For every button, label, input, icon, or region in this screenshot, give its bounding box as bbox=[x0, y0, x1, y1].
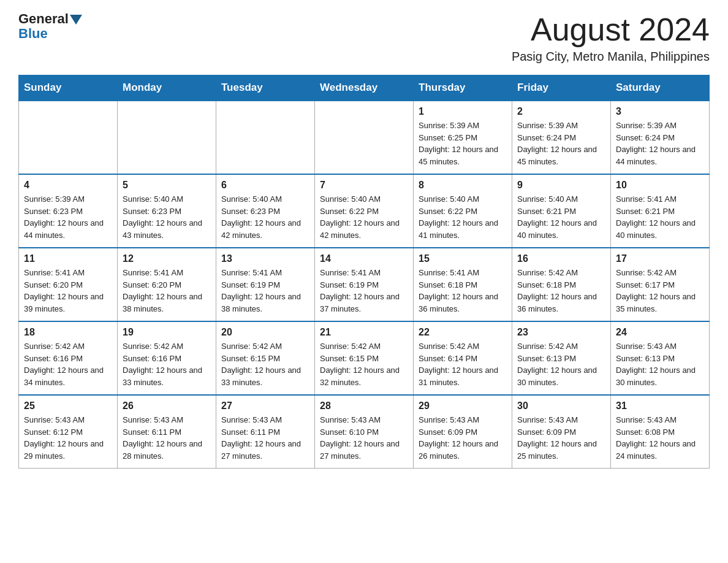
calendar-day-25: 25Sunrise: 5:43 AMSunset: 6:12 PMDayligh… bbox=[19, 395, 118, 469]
day-number: 29 bbox=[419, 400, 507, 412]
title-area: August 2024 Pasig City, Metro Manila, Ph… bbox=[512, 12, 710, 64]
calendar-day-11: 11Sunrise: 5:41 AMSunset: 6:20 PMDayligh… bbox=[19, 248, 118, 321]
day-number: 1 bbox=[419, 106, 507, 117]
day-info: Sunrise: 5:42 AMSunset: 6:16 PMDaylight:… bbox=[123, 340, 211, 388]
calendar-header-monday: Monday bbox=[118, 75, 216, 101]
day-info: Sunrise: 5:43 AMSunset: 6:09 PMDaylight:… bbox=[419, 414, 507, 462]
day-number: 15 bbox=[419, 253, 507, 264]
day-info: Sunrise: 5:43 AMSunset: 6:08 PMDaylight:… bbox=[616, 414, 704, 462]
calendar-day-26: 26Sunrise: 5:43 AMSunset: 6:11 PMDayligh… bbox=[118, 395, 216, 469]
location-title: Pasig City, Metro Manila, Philippines bbox=[512, 50, 710, 64]
calendar-day-2: 2Sunrise: 5:39 AMSunset: 6:24 PMDaylight… bbox=[512, 101, 611, 174]
calendar-day-8: 8Sunrise: 5:40 AMSunset: 6:22 PMDaylight… bbox=[414, 174, 512, 248]
calendar-day-30: 30Sunrise: 5:43 AMSunset: 6:09 PMDayligh… bbox=[512, 395, 611, 469]
day-number: 20 bbox=[221, 327, 309, 338]
calendar-header-tuesday: Tuesday bbox=[216, 75, 315, 101]
day-number: 9 bbox=[517, 180, 605, 191]
calendar-header-saturday: Saturday bbox=[611, 75, 710, 101]
day-info: Sunrise: 5:41 AMSunset: 6:20 PMDaylight:… bbox=[123, 267, 211, 315]
calendar-header-row: SundayMondayTuesdayWednesdayThursdayFrid… bbox=[19, 75, 710, 101]
day-info: Sunrise: 5:41 AMSunset: 6:18 PMDaylight:… bbox=[419, 267, 507, 315]
calendar-day-empty bbox=[315, 101, 414, 174]
logo: General Blue bbox=[18, 12, 83, 42]
day-number: 11 bbox=[24, 253, 112, 264]
day-number: 14 bbox=[320, 253, 408, 264]
day-number: 31 bbox=[616, 400, 704, 412]
day-number: 27 bbox=[221, 400, 309, 412]
calendar-day-28: 28Sunrise: 5:43 AMSunset: 6:10 PMDayligh… bbox=[315, 395, 414, 469]
day-number: 18 bbox=[24, 327, 112, 338]
day-info: Sunrise: 5:39 AMSunset: 6:24 PMDaylight:… bbox=[517, 120, 605, 167]
calendar-week-row-2: 4Sunrise: 5:39 AMSunset: 6:23 PMDaylight… bbox=[19, 174, 710, 248]
calendar-day-6: 6Sunrise: 5:40 AMSunset: 6:23 PMDaylight… bbox=[216, 174, 315, 248]
day-number: 28 bbox=[320, 400, 408, 412]
calendar-day-19: 19Sunrise: 5:42 AMSunset: 6:16 PMDayligh… bbox=[118, 321, 216, 395]
day-info: Sunrise: 5:39 AMSunset: 6:25 PMDaylight:… bbox=[419, 120, 507, 167]
day-info: Sunrise: 5:43 AMSunset: 6:09 PMDaylight:… bbox=[517, 414, 605, 462]
calendar-header-wednesday: Wednesday bbox=[315, 75, 414, 101]
day-number: 16 bbox=[517, 253, 605, 264]
calendar-day-27: 27Sunrise: 5:43 AMSunset: 6:11 PMDayligh… bbox=[216, 395, 315, 469]
day-number: 3 bbox=[616, 106, 704, 117]
calendar-week-row-3: 11Sunrise: 5:41 AMSunset: 6:20 PMDayligh… bbox=[19, 248, 710, 321]
calendar-week-row-4: 18Sunrise: 5:42 AMSunset: 6:16 PMDayligh… bbox=[19, 321, 710, 395]
calendar-day-empty bbox=[118, 101, 216, 174]
calendar-day-20: 20Sunrise: 5:42 AMSunset: 6:15 PMDayligh… bbox=[216, 321, 315, 395]
calendar-day-empty bbox=[19, 101, 118, 174]
day-number: 21 bbox=[320, 327, 408, 338]
day-number: 24 bbox=[616, 327, 704, 338]
day-info: Sunrise: 5:41 AMSunset: 6:19 PMDaylight:… bbox=[320, 267, 408, 315]
calendar-table: SundayMondayTuesdayWednesdayThursdayFrid… bbox=[18, 75, 710, 469]
day-info: Sunrise: 5:43 AMSunset: 6:13 PMDaylight:… bbox=[616, 340, 704, 388]
calendar-day-5: 5Sunrise: 5:40 AMSunset: 6:23 PMDaylight… bbox=[118, 174, 216, 248]
day-info: Sunrise: 5:40 AMSunset: 6:23 PMDaylight:… bbox=[123, 193, 211, 241]
calendar-day-14: 14Sunrise: 5:41 AMSunset: 6:19 PMDayligh… bbox=[315, 248, 414, 321]
day-number: 13 bbox=[221, 253, 309, 264]
logo-triangle-icon bbox=[70, 15, 82, 25]
calendar-day-9: 9Sunrise: 5:40 AMSunset: 6:21 PMDaylight… bbox=[512, 174, 611, 248]
calendar-day-empty bbox=[216, 101, 315, 174]
month-title: August 2024 bbox=[512, 12, 710, 47]
day-number: 8 bbox=[419, 180, 507, 191]
day-info: Sunrise: 5:42 AMSunset: 6:13 PMDaylight:… bbox=[517, 340, 605, 388]
day-info: Sunrise: 5:40 AMSunset: 6:23 PMDaylight:… bbox=[221, 193, 309, 241]
day-info: Sunrise: 5:43 AMSunset: 6:11 PMDaylight:… bbox=[123, 414, 211, 462]
day-info: Sunrise: 5:40 AMSunset: 6:22 PMDaylight:… bbox=[320, 193, 408, 241]
calendar-day-22: 22Sunrise: 5:42 AMSunset: 6:14 PMDayligh… bbox=[414, 321, 512, 395]
calendar-day-4: 4Sunrise: 5:39 AMSunset: 6:23 PMDaylight… bbox=[19, 174, 118, 248]
calendar-day-10: 10Sunrise: 5:41 AMSunset: 6:21 PMDayligh… bbox=[611, 174, 710, 248]
calendar-day-15: 15Sunrise: 5:41 AMSunset: 6:18 PMDayligh… bbox=[414, 248, 512, 321]
day-info: Sunrise: 5:41 AMSunset: 6:21 PMDaylight:… bbox=[616, 193, 704, 241]
calendar-day-12: 12Sunrise: 5:41 AMSunset: 6:20 PMDayligh… bbox=[118, 248, 216, 321]
day-info: Sunrise: 5:42 AMSunset: 6:16 PMDaylight:… bbox=[24, 340, 112, 388]
day-info: Sunrise: 5:40 AMSunset: 6:21 PMDaylight:… bbox=[517, 193, 605, 241]
calendar-day-13: 13Sunrise: 5:41 AMSunset: 6:19 PMDayligh… bbox=[216, 248, 315, 321]
day-number: 5 bbox=[123, 180, 211, 191]
calendar-day-23: 23Sunrise: 5:42 AMSunset: 6:13 PMDayligh… bbox=[512, 321, 611, 395]
day-info: Sunrise: 5:40 AMSunset: 6:22 PMDaylight:… bbox=[419, 193, 507, 241]
day-number: 30 bbox=[517, 400, 605, 412]
calendar-header-friday: Friday bbox=[512, 75, 611, 101]
day-number: 22 bbox=[419, 327, 507, 338]
day-number: 19 bbox=[123, 327, 211, 338]
day-number: 17 bbox=[616, 253, 704, 264]
day-number: 4 bbox=[24, 180, 112, 191]
day-number: 6 bbox=[221, 180, 309, 191]
calendar-day-18: 18Sunrise: 5:42 AMSunset: 6:16 PMDayligh… bbox=[19, 321, 118, 395]
calendar-day-21: 21Sunrise: 5:42 AMSunset: 6:15 PMDayligh… bbox=[315, 321, 414, 395]
calendar-day-7: 7Sunrise: 5:40 AMSunset: 6:22 PMDaylight… bbox=[315, 174, 414, 248]
day-number: 2 bbox=[517, 106, 605, 117]
calendar-day-3: 3Sunrise: 5:39 AMSunset: 6:24 PMDaylight… bbox=[611, 101, 710, 174]
calendar-day-24: 24Sunrise: 5:43 AMSunset: 6:13 PMDayligh… bbox=[611, 321, 710, 395]
day-number: 10 bbox=[616, 180, 704, 191]
day-info: Sunrise: 5:43 AMSunset: 6:12 PMDaylight:… bbox=[24, 414, 112, 462]
day-info: Sunrise: 5:39 AMSunset: 6:23 PMDaylight:… bbox=[24, 193, 112, 241]
calendar-header-thursday: Thursday bbox=[414, 75, 512, 101]
logo-blue-text: Blue bbox=[18, 26, 48, 42]
day-info: Sunrise: 5:42 AMSunset: 6:14 PMDaylight:… bbox=[419, 340, 507, 388]
day-info: Sunrise: 5:41 AMSunset: 6:19 PMDaylight:… bbox=[221, 267, 309, 315]
calendar-day-1: 1Sunrise: 5:39 AMSunset: 6:25 PMDaylight… bbox=[414, 101, 512, 174]
calendar-day-31: 31Sunrise: 5:43 AMSunset: 6:08 PMDayligh… bbox=[611, 395, 710, 469]
day-number: 25 bbox=[24, 400, 112, 412]
day-info: Sunrise: 5:43 AMSunset: 6:11 PMDaylight:… bbox=[221, 414, 309, 462]
